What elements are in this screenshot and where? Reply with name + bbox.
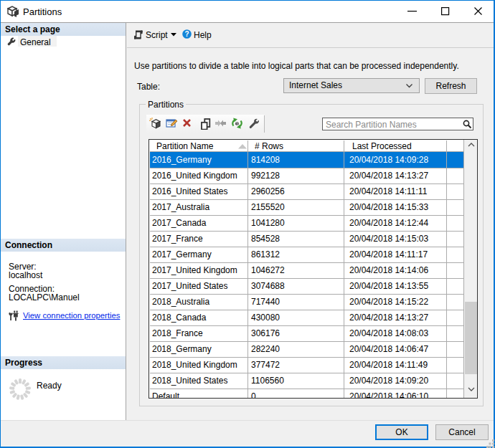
svg-text:?: ? xyxy=(184,30,189,38)
